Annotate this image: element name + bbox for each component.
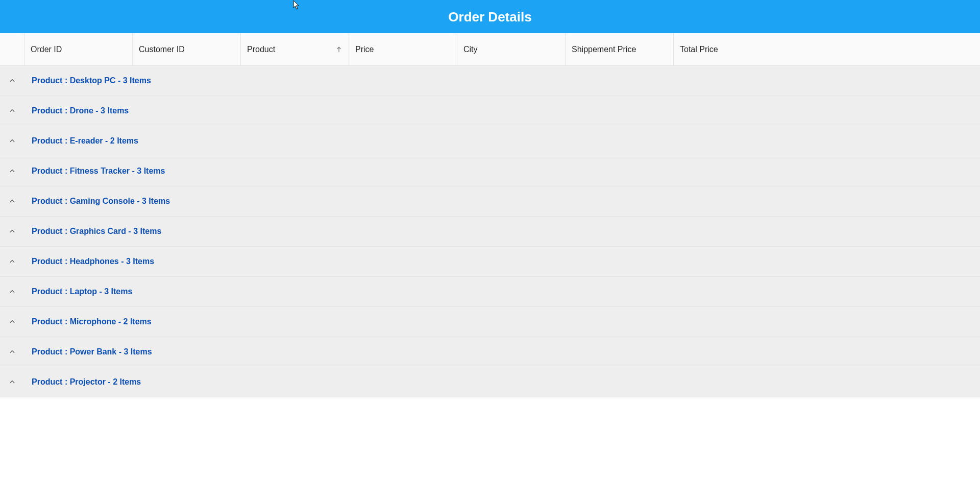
column-header-label: Product [247, 45, 275, 54]
chevron-up-icon[interactable] [0, 137, 24, 145]
column-header-label: City [463, 45, 478, 54]
group-caption: Product : Power Bank - 3 Items [24, 347, 152, 357]
column-header-shipment-price[interactable]: Shippement Price [566, 33, 674, 65]
chevron-up-icon[interactable] [0, 348, 24, 355]
group-row[interactable]: Product : Drone - 3 Items [0, 96, 980, 126]
group-row[interactable]: Product : Headphones - 3 Items [0, 247, 980, 277]
group-caption: Product : E-reader - 2 Items [24, 136, 138, 146]
chevron-up-icon[interactable] [0, 77, 24, 84]
group-row[interactable]: Product : Graphics Card - 3 Items [0, 217, 980, 247]
chevron-up-icon[interactable] [0, 228, 24, 235]
group-row[interactable]: Product : Desktop PC - 3 Items [0, 66, 980, 96]
order-grid: Order ID Customer ID Product Price City … [0, 33, 980, 397]
chevron-up-icon[interactable] [0, 318, 24, 325]
group-row[interactable]: Product : Fitness Tracker - 3 Items [0, 156, 980, 186]
column-header-label: Order ID [31, 45, 62, 54]
group-row[interactable]: Product : E-reader - 2 Items [0, 126, 980, 156]
group-caption: Product : Fitness Tracker - 3 Items [24, 167, 165, 176]
group-caption: Product : Headphones - 3 Items [24, 257, 154, 266]
group-row[interactable]: Product : Gaming Console - 3 Items [0, 186, 980, 217]
group-row[interactable]: Product : Projector - 2 Items [0, 367, 980, 397]
page-title: Order Details [0, 0, 980, 33]
column-header-customer-id[interactable]: Customer ID [133, 33, 241, 65]
expander-column-header [0, 33, 24, 65]
group-row[interactable]: Product : Microphone - 2 Items [0, 307, 980, 337]
column-header-product[interactable]: Product [241, 33, 349, 65]
column-header-price[interactable]: Price [349, 33, 457, 65]
group-caption: Product : Drone - 3 Items [24, 106, 129, 115]
page-title-text: Order Details [448, 9, 531, 25]
group-caption: Product : Microphone - 2 Items [24, 317, 152, 326]
chevron-up-icon[interactable] [0, 258, 24, 265]
group-caption: Product : Gaming Console - 3 Items [24, 197, 170, 206]
group-row[interactable]: Product : Laptop - 3 Items [0, 277, 980, 307]
group-caption: Product : Graphics Card - 3 Items [24, 227, 161, 236]
column-header-label: Price [355, 45, 374, 54]
sort-asc-icon [335, 46, 342, 53]
chevron-up-icon[interactable] [0, 168, 24, 175]
group-caption: Product : Laptop - 3 Items [24, 287, 132, 296]
column-header-label: Customer ID [139, 45, 185, 54]
column-header-label: Shippement Price [572, 45, 636, 54]
column-header-total-price[interactable]: Total Price [674, 33, 980, 65]
group-caption: Product : Projector - 2 Items [24, 377, 141, 387]
chevron-up-icon[interactable] [0, 107, 24, 114]
group-row[interactable]: Product : Power Bank - 3 Items [0, 337, 980, 367]
column-header-label: Total Price [680, 45, 718, 54]
chevron-up-icon[interactable] [0, 288, 24, 295]
chevron-up-icon[interactable] [0, 378, 24, 386]
group-caption: Product : Desktop PC - 3 Items [24, 76, 151, 85]
column-header-order-id[interactable]: Order ID [24, 33, 133, 65]
column-header-row: Order ID Customer ID Product Price City … [0, 33, 980, 66]
chevron-up-icon[interactable] [0, 198, 24, 205]
column-header-city[interactable]: City [457, 33, 566, 65]
